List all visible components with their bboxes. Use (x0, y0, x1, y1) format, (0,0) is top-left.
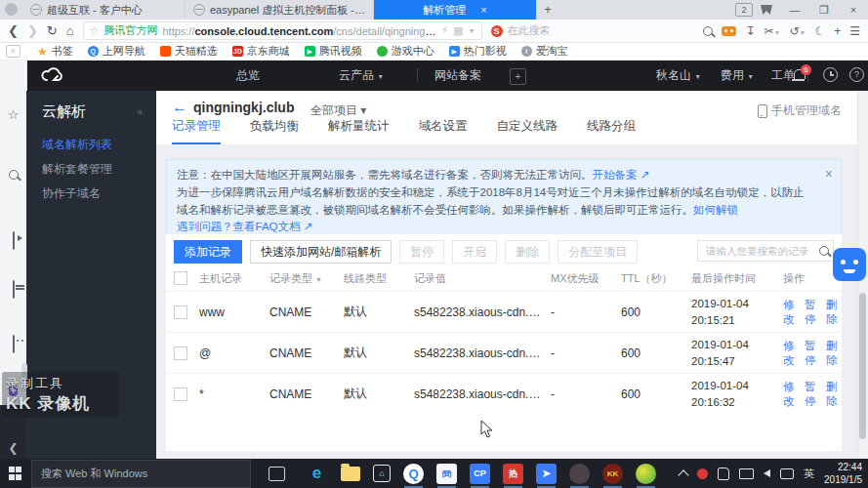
enable-button[interactable]: 开启 (452, 240, 497, 264)
notifications-icon[interactable] (780, 468, 794, 479)
faq-link[interactable]: 遇到问题？查看FAQ文档 ↗ (177, 221, 312, 232)
record-search-box[interactable] (697, 240, 834, 262)
project-selector[interactable]: 全部项目 ▾ (310, 102, 366, 119)
tab-close-icon[interactable]: × (480, 4, 486, 16)
pause-link[interactable]: 暂停 (805, 380, 820, 409)
clipboard-tray-icon[interactable] (718, 468, 729, 480)
delete-link[interactable]: 删除 (826, 339, 842, 368)
bookmark-item[interactable]: ★书签 (37, 44, 73, 59)
collapse-arrow-icon[interactable]: ❮ (0, 441, 26, 455)
row-checkbox[interactable] (174, 305, 187, 319)
kk-recorder-icon[interactable]: KK (602, 464, 623, 484)
ime-indicator[interactable]: 英 (804, 467, 814, 481)
display-tray-icon[interactable] (739, 468, 754, 479)
filter-icon[interactable]: ▼ (315, 276, 322, 283)
modify-link[interactable]: 修改 (783, 298, 799, 327)
back-icon[interactable]: ❮ (8, 23, 19, 38)
bookmark-item[interactable]: ▶热门影视 (449, 44, 507, 59)
start-beian-link[interactable]: 开始备案 ↗ (593, 169, 650, 181)
game-pad-icon[interactable]: 🎮︎ (436, 464, 457, 484)
tab-load-balance[interactable]: 负载均衡 (250, 118, 299, 144)
row-checkbox[interactable] (174, 346, 187, 360)
modify-link[interactable]: 修改 (783, 339, 799, 368)
image-toggle-icon[interactable]: ▦ (453, 24, 463, 37)
nav-user[interactable]: 秋名山 ▼ (656, 61, 701, 92)
edge-icon[interactable]: e (307, 464, 327, 484)
chat-bubble-icon[interactable] (0, 336, 26, 353)
strip-search-icon[interactable] (0, 170, 26, 180)
video-panel-icon[interactable] (0, 232, 26, 250)
add-extension-icon[interactable]: + (834, 24, 841, 38)
messenger-plane-icon[interactable]: ➤ (536, 464, 557, 484)
select-all-checkbox[interactable] (174, 271, 187, 285)
bookmark-item[interactable]: i爱淘宝 (521, 44, 568, 59)
new-tab-button[interactable]: + (536, 0, 559, 20)
tencent-cloud-logo[interactable] (40, 67, 65, 84)
hot-app-icon[interactable]: 热 (503, 464, 523, 484)
bookmark-item[interactable]: Q上网导航 (88, 44, 145, 59)
browser-tab-1[interactable]: 超级互联 - 客户中心 (22, 0, 186, 20)
url-text[interactable]: https://console.cloud.tencent.com/cns/de… (162, 25, 435, 37)
skin-icon[interactable] (761, 5, 772, 15)
download-icon[interactable]: ↧ (745, 24, 755, 38)
add-record-button[interactable]: 添加记录 (174, 240, 242, 264)
task-view-icon[interactable] (269, 467, 285, 481)
maximize-button[interactable]: ❐ (809, 0, 839, 20)
menu-icon[interactable]: ☰ (849, 24, 860, 38)
bookmark-item[interactable]: JD京东商城 (232, 44, 290, 59)
tab-line-group[interactable]: 线路分组 (587, 118, 636, 144)
music-avatar-icon[interactable] (569, 464, 590, 484)
store-icon[interactable]: ⌂ (373, 465, 391, 482)
sidebar-item-plan-management[interactable]: 解析套餐管理 (26, 157, 156, 182)
nav-billing[interactable]: 费用 ▼ (721, 61, 754, 92)
address-bar[interactable]: ☆ 腾讯官方网 https://console.cloud.tencent.co… (83, 21, 482, 40)
start-button[interactable] (9, 467, 22, 480)
assign-project-button[interactable]: 分配至项目 (558, 240, 638, 264)
how-to-unlock-link[interactable]: 如何解锁 (693, 204, 738, 216)
quick-search-box[interactable]: S 在此搜索 (491, 23, 599, 38)
search-icon[interactable] (819, 246, 829, 256)
bookmark-item[interactable]: 天猫精选 (160, 44, 218, 59)
night-mode-icon[interactable]: ☾ (814, 24, 825, 38)
nav-beian[interactable]: 网站备案 (434, 61, 481, 91)
search-icon[interactable] (703, 26, 713, 36)
tab-count-badge[interactable]: 2 (735, 3, 753, 17)
mobile-manage-link[interactable]: 手机管理域名 (758, 102, 842, 119)
history-restore-icon[interactable]: ↺▼ (789, 24, 806, 38)
tray-expand-icon[interactable] (678, 469, 688, 480)
green-ball-icon[interactable] (636, 464, 656, 484)
help-icon[interactable]: ? (849, 67, 864, 82)
col-type[interactable]: 记录类型▼ (269, 271, 344, 286)
modify-link[interactable]: 修改 (783, 380, 799, 409)
forward-icon[interactable]: ❯ (27, 23, 38, 38)
nav-products[interactable]: 云产品 ▼ (339, 61, 384, 92)
delete-button[interactable]: 删除 (505, 240, 550, 264)
tab-resolution-stats[interactable]: 解析量统计 (328, 118, 390, 144)
cp-app-icon[interactable]: CP (470, 464, 490, 484)
taskbar-search-box[interactable]: 搜索 Web 和 Windows (31, 460, 251, 488)
delete-link[interactable]: 删除 (826, 298, 842, 327)
row-checkbox[interactable] (174, 387, 187, 401)
pause-button[interactable]: 暂停 (399, 240, 444, 264)
lightning-icon[interactable]: ⚡ (441, 24, 449, 37)
mini-window-icon[interactable] (0, 281, 26, 299)
tab-custom-line[interactable]: 自定义线路 (497, 118, 558, 144)
refresh-icon[interactable]: ↻ (47, 23, 58, 38)
browser-tab-active[interactable]: 解析管理 × (374, 0, 536, 20)
pause-link[interactable]: 暂停 (805, 298, 820, 327)
back-arrow-icon[interactable]: ← (172, 99, 187, 116)
tab-record-management[interactable]: 记录管理 (172, 118, 221, 144)
bookmark-manager-icon[interactable]: ⌗ (6, 45, 21, 58)
delete-link[interactable]: 删除 (826, 380, 842, 409)
game-center-icon[interactable] (722, 26, 736, 36)
nav-ticket[interactable]: 工单 (771, 61, 795, 91)
browser-tab-2[interactable]: easypanel 虚拟主机控制面板 - Pow (186, 0, 374, 20)
browser-profile-avatar[interactable] (5, 3, 18, 16)
customer-service-robot-icon[interactable] (833, 248, 866, 281)
record-search-input[interactable] (704, 244, 815, 258)
favorites-star-icon[interactable]: ☆ (0, 107, 26, 122)
volume-icon[interactable] (764, 469, 770, 477)
home-icon[interactable]: ⌂ (66, 23, 74, 38)
qq-browser-icon[interactable]: Q (403, 464, 424, 484)
bookmark-item[interactable]: ▶腾讯视频 (305, 44, 362, 59)
